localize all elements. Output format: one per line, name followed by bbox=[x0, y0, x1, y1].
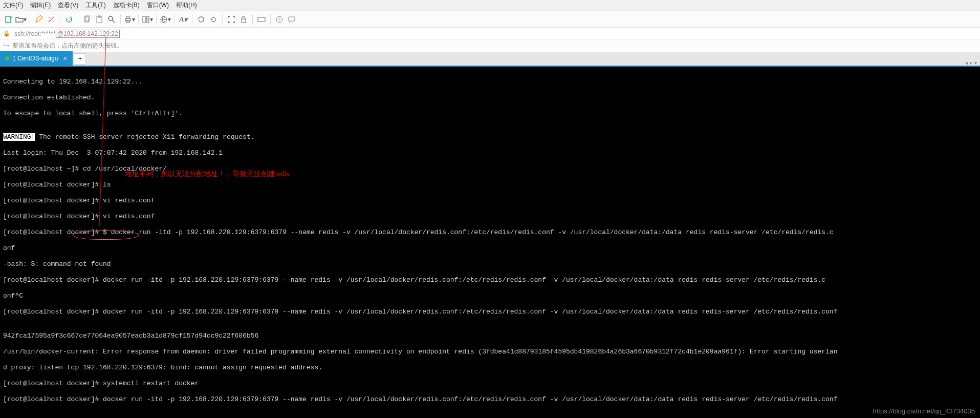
term-line: WARNING! The remote SSH server rejected … bbox=[3, 133, 977, 141]
annotation-circle bbox=[73, 231, 139, 240]
add-session-arrow-icon[interactable]: ⮡ bbox=[3, 43, 9, 50]
svg-rect-14 bbox=[126, 16, 129, 18]
watermark: https://blog.csdn.net/qq_43734035 bbox=[873, 407, 975, 415]
chevron-right-icon[interactable]: ▸ bbox=[970, 60, 972, 66]
menu-window[interactable]: 窗口(W) bbox=[147, 1, 169, 10]
font-icon[interactable]: A▾ bbox=[178, 14, 189, 25]
chevron-down-icon[interactable]: ▾ bbox=[974, 60, 977, 66]
pencil-icon[interactable] bbox=[33, 14, 45, 25]
status-dot-icon bbox=[5, 56, 9, 60]
svg-point-4 bbox=[49, 17, 50, 18]
menu-edit[interactable]: 编辑(E) bbox=[30, 1, 51, 10]
svg-rect-22 bbox=[242, 19, 246, 23]
term-line: 942fca17595a9f3c667ce77064ea9057eacb3a1d… bbox=[3, 332, 977, 340]
chat-icon[interactable] bbox=[286, 14, 297, 25]
term-line: Connecting to 192.168.142.129:22... bbox=[3, 78, 977, 86]
add-tab-button[interactable]: + bbox=[74, 53, 86, 65]
term-line: [root@localhost docker]# $ docker run -i… bbox=[3, 228, 977, 237]
menu-file[interactable]: 文件(F) bbox=[3, 1, 23, 10]
svg-rect-18 bbox=[146, 20, 149, 23]
keyboard-icon[interactable] bbox=[256, 14, 267, 25]
helper-text: 要添加当前会话，点击左侧的箭头按钮。 bbox=[12, 41, 123, 50]
menu-view[interactable]: 查看(V) bbox=[58, 1, 78, 10]
term-line: -bash: $: command not found bbox=[3, 260, 977, 268]
chevron-left-icon[interactable]: ◂ bbox=[965, 60, 968, 66]
term-line: [root@localhost docker]# docker run -itd… bbox=[3, 395, 977, 404]
term-line: [root@localhost docker]# vi redis.conf bbox=[3, 197, 977, 205]
menu-tabs[interactable]: 选项卡(B) bbox=[113, 1, 140, 10]
address-prefix: ssh://root:****** bbox=[14, 30, 56, 37]
address-host: @192.168.142.129:22 bbox=[56, 30, 120, 38]
svg-point-11 bbox=[108, 16, 113, 20]
lock-icon[interactable] bbox=[238, 14, 249, 25]
warning-highlight: WARNING! bbox=[3, 133, 35, 141]
term-line: /usr/bin/docker-current: Error response … bbox=[3, 348, 977, 356]
lock-small-icon: 🔒 bbox=[3, 30, 10, 37]
fullscreen-icon[interactable] bbox=[226, 14, 237, 25]
terminal[interactable]: Connecting to 192.168.142.129:22... Conn… bbox=[0, 67, 980, 418]
address-bar[interactable]: 🔒 ssh://root:******@192.168.142.129:22 bbox=[0, 28, 980, 40]
copy-icon[interactable] bbox=[81, 14, 93, 25]
svg-rect-23 bbox=[258, 17, 265, 22]
help-icon[interactable]: ? bbox=[274, 14, 285, 25]
menu-help[interactable]: 帮助(H) bbox=[176, 1, 197, 10]
term-line: onf bbox=[3, 244, 977, 253]
new-session-button[interactable] bbox=[3, 14, 14, 25]
tabbar-scroll[interactable]: ◂▸▾ bbox=[965, 60, 977, 66]
term-line: [root@localhost docker]# ls bbox=[3, 181, 977, 189]
term-line: [root@localhost docker]# systemctl resta… bbox=[3, 380, 977, 388]
term-line: [root@localhost docker]# docker run -itd… bbox=[3, 276, 977, 284]
menu-tools[interactable]: 工具(T) bbox=[85, 1, 105, 10]
open-button[interactable]: ▾ bbox=[15, 14, 27, 25]
print-icon[interactable]: ▾ bbox=[124, 14, 135, 25]
menu-bar: 文件(F) 编辑(E) 查看(V) 工具(T) 选项卡(B) 窗口(W) 帮助(… bbox=[0, 0, 980, 11]
shell-icon[interactable] bbox=[195, 14, 207, 25]
svg-line-12 bbox=[112, 20, 115, 23]
term-line: [root@localhost docker]# docker run -itd… bbox=[3, 308, 977, 316]
tab-centos[interactable]: 1 CentOS-atuigu ✕ bbox=[0, 51, 73, 66]
svg-point-5 bbox=[53, 21, 54, 22]
tab-label: 1 CentOS-atuigu bbox=[12, 55, 58, 62]
layout-icon[interactable]: ▾ bbox=[142, 14, 153, 25]
toolbar: ▾ ▾ ▾ ▾ A▾ ? bbox=[0, 11, 980, 28]
term-line: onf^C bbox=[3, 292, 977, 300]
term-line: Last login: Thu Dec 3 07:07:42 2020 from… bbox=[3, 149, 977, 157]
close-icon[interactable]: ✕ bbox=[63, 55, 68, 62]
svg-rect-0 bbox=[6, 16, 11, 23]
term-line: d proxy: listen tcp 192.168.220.129:6379… bbox=[3, 364, 977, 372]
term-line: To escape to local shell, press 'Ctrl+Al… bbox=[3, 110, 977, 118]
wand-icon[interactable] bbox=[46, 14, 57, 25]
reconnect-icon[interactable] bbox=[63, 14, 75, 25]
svg-rect-16 bbox=[143, 16, 145, 23]
paste-icon[interactable] bbox=[94, 14, 105, 25]
annotation-text: 地址不同，所以无法分配地址！，导致无法创建redis bbox=[125, 170, 289, 178]
tab-bar: 1 CentOS-atuigu ✕ + ◂▸▾ bbox=[0, 52, 980, 67]
refresh-icon[interactable] bbox=[208, 14, 219, 25]
svg-text:?: ? bbox=[278, 17, 281, 23]
helper-bar: ⮡ 要添加当前会话，点击左侧的箭头按钮。 bbox=[0, 40, 980, 52]
globe-icon[interactable]: ▾ bbox=[160, 14, 171, 25]
search-icon[interactable] bbox=[106, 14, 117, 25]
svg-rect-17 bbox=[146, 16, 149, 19]
term-line: Connection established. bbox=[3, 94, 977, 102]
term-line: [root@localhost docker]# vi redis.conf bbox=[3, 213, 977, 221]
